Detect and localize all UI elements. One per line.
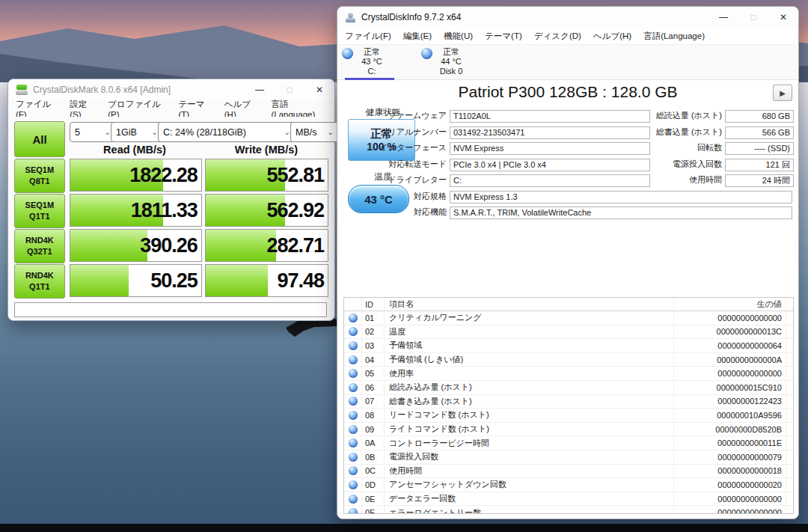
cdm-menu-theme[interactable]: テーマ(T) (178, 99, 212, 119)
smart-id: 04 (362, 353, 385, 367)
attribute-status-orb-icon (349, 369, 358, 378)
chevron-down-icon: ⌄ (152, 128, 158, 136)
smart-attribute-row[interactable]: 0F エラーログエントリー数 00000000000000 (344, 506, 793, 514)
read-result-cell: 390.26 (70, 229, 202, 262)
cdm-maximize-button[interactable]: □ (275, 79, 304, 100)
cdi-menu-edit[interactable]: 編集(E) (403, 31, 432, 42)
cdi-menubar: ファイル(F) 編集(E) 機能(U) テーマ(T) ディスク(D) ヘルプ(H… (337, 28, 798, 45)
write-column-header: Write (MB/s) (204, 144, 328, 157)
unit-dropdown[interactable]: MB/s ⌄ (290, 122, 339, 142)
smart-name: 予備領域 (しきい値) (385, 353, 674, 367)
smart-attribute-row[interactable]: 07 総書き込み量 (ホスト) 00000000122423 (344, 395, 793, 409)
comment-input[interactable] (14, 302, 327, 317)
smart-raw-value: 00000000000000 (674, 506, 786, 514)
test-size-dropdown[interactable]: 1GiB ⌄ (111, 122, 163, 142)
smart-attribute-row[interactable]: 05 使用率 00000000000000 (344, 367, 793, 381)
test-name: RND4K (25, 235, 54, 246)
crystaldiskmark-window: CrystalDiskMark 8.0.6 x64 [Admin] — □ ✕ … (7, 79, 335, 321)
smart-attribute-row[interactable]: 06 総読み込み量 (ホスト) 0000000015C910 (344, 381, 793, 395)
cdm-menu-settings[interactable]: 設定(S) (70, 99, 96, 119)
desktop: CrystalDiskMark 8.0.6 x64 [Admin] — □ ✕ … (0, 0, 808, 532)
attribute-status-orb-icon (349, 466, 358, 475)
attribute-status-orb-icon (349, 341, 358, 350)
write-result-cell: 97.48 (205, 264, 328, 297)
smart-attribute-row[interactable]: 0C 使用時間 00000000000018 (344, 465, 793, 479)
test-name: SEQ1M (25, 165, 55, 176)
attribute-status-orb-icon (349, 411, 358, 420)
cdi-menu-language[interactable]: 言語(Language) (643, 31, 705, 42)
field-value: S.M.A.R.T., TRIM, VolatileWriteCache (450, 207, 792, 219)
smart-name: 温度 (385, 325, 674, 339)
smart-raw-value: 000000010A9596 (674, 409, 786, 422)
attribute-status-orb-icon (349, 425, 358, 434)
smart-attribute-row[interactable]: 02 温度 0000000000013C (344, 325, 793, 340)
write-value: 552.81 (266, 164, 324, 187)
info-row-wide: 対応機能 S.M.A.R.T., TRIM, VolatileWriteCach… (337, 207, 798, 219)
test-queue-thread: Q1T1 (29, 211, 50, 222)
info-row-wide: 対応規格 NVM Express 1.3 (337, 191, 798, 204)
cdm-menu-help[interactable]: ヘルプ(H) (224, 99, 260, 119)
test-label-button[interactable]: SEQ1M Q1T1 (14, 194, 65, 228)
test-label-button[interactable]: RND4K Q32T1 (14, 229, 65, 263)
cdi-menu-file[interactable]: ファイル(F) (345, 31, 391, 42)
cdi-menu-disk[interactable]: ディスク(D) (534, 31, 581, 42)
play-arrow-icon: ▶ (780, 89, 786, 97)
cdi-minimize-button[interactable]: — (708, 7, 738, 28)
smart-header-raw: 生の値 (674, 298, 786, 311)
smart-id: 09 (362, 423, 385, 436)
write-result-cell: 282.71 (205, 229, 328, 262)
cdm-menu-profile[interactable]: プロファイル(P) (108, 99, 166, 119)
benchmark-row: SEQ1M Q1T1 1811.33 562.92 (14, 194, 328, 227)
info-row-right: 電源投入回数 121 回 (337, 159, 798, 171)
target-drive-dropdown[interactable]: C: 24% (28/118GiB) ⌄ (158, 122, 296, 142)
cdi-app-icon (345, 12, 356, 23)
cdm-menu-language[interactable]: 言語(Language) (271, 99, 327, 119)
cdi-menu-help[interactable]: ヘルプ(H) (593, 31, 631, 42)
smart-attribute-row[interactable]: 03 予備領域 00000000000064 (344, 339, 793, 353)
smart-attribute-row[interactable]: 04 予備領域 (しきい値) 0000000000000A (344, 353, 793, 367)
test-label-button[interactable]: RND4K Q1T1 (14, 264, 65, 299)
field-value: 121 回 (725, 159, 794, 171)
smart-attribute-row[interactable]: 0A コントローラービジー時間 0000000000011E (344, 436, 793, 450)
field-label: 総読込量 (ホスト) (643, 110, 722, 121)
smart-attribute-row[interactable]: 01 クリティカルワーニング 00000000000000 (344, 311, 793, 325)
cdi-maximize-button[interactable]: □ (738, 7, 768, 28)
cdm-body: All 5 ⌄ 1GiB ⌄ C: 24% (28/118GiB) ⌄ MB/s… (8, 117, 334, 320)
smart-attribute-row[interactable]: 0E データエラー回数 00000000000000 (344, 492, 793, 507)
smart-id: 0C (362, 465, 385, 478)
write-result-cell: 562.92 (205, 194, 328, 227)
smart-raw-value: 00000000000000 (674, 311, 786, 325)
cdm-minimize-button[interactable]: — (245, 79, 275, 100)
attribute-status-orb-icon (349, 355, 358, 364)
smart-id: 08 (362, 409, 385, 422)
cdi-menu-function[interactable]: 機能(U) (444, 31, 473, 42)
cdm-close-button[interactable]: ✕ (304, 79, 334, 100)
write-value: 97.48 (277, 269, 324, 293)
smart-attribute-row[interactable]: 0B 電源投入回数 00000000000079 (344, 450, 793, 465)
disk-tab-c[interactable]: 正常 43 °C C: (342, 45, 402, 79)
smart-table: ID 項目名 生の値 01 クリティカルワーニング 00000000000000… (343, 297, 794, 514)
smart-table-header: ID 項目名 生の値 (344, 298, 793, 311)
disk-status-orb-icon (342, 48, 353, 59)
smart-raw-value: 00000000000079 (674, 450, 786, 464)
smart-name: 総読み込み量 (ホスト) (385, 381, 674, 394)
smart-id: 0E (362, 492, 385, 506)
cdm-titlebar: CrystalDiskMark 8.0.6 x64 [Admin] — □ ✕ (8, 79, 334, 100)
attribute-status-orb-icon (349, 438, 358, 447)
cdi-menu-theme[interactable]: テーマ(T) (485, 31, 522, 42)
cdm-menu-file[interactable]: ファイル(F) (16, 99, 58, 119)
next-disk-button[interactable]: ▶ (773, 85, 792, 101)
cdm-window-title: CrystalDiskMark 8.0.6 x64 [Admin] (33, 85, 171, 95)
disk-tab-disk0[interactable]: 正常 44 °C Disk 0 (421, 45, 481, 79)
smart-id: 0F (362, 506, 385, 514)
test-label-button[interactable]: SEQ1M Q8T1 (14, 159, 65, 193)
smart-name: 使用時間 (385, 465, 674, 478)
cdi-close-button[interactable]: ✕ (768, 7, 798, 28)
read-result-cell: 1822.28 (70, 159, 202, 192)
test-count-dropdown[interactable]: 5 ⌄ (70, 122, 116, 142)
all-test-button[interactable]: All (14, 121, 65, 157)
smart-attribute-row[interactable]: 09 ライトコマンド数 (ホスト) 00000000D8520B (344, 423, 793, 437)
disk-tab-name: Disk 0 (421, 67, 481, 76)
smart-attribute-row[interactable]: 08 リードコマンド数 (ホスト) 000000010A9596 (344, 409, 793, 423)
smart-attribute-row[interactable]: 0D アンセーフシャットダウン回数 00000000000020 (344, 478, 793, 492)
